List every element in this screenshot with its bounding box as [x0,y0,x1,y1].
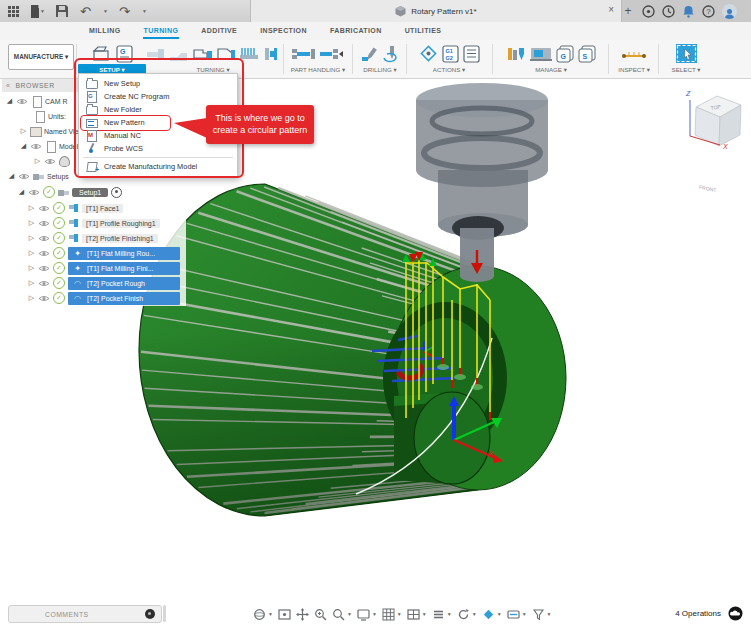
drill-icon[interactable] [360,45,378,63]
eye-icon[interactable] [16,97,28,106]
filter-icon[interactable]: ▼ [532,608,552,621]
pull-part-icon[interactable] [320,46,344,62]
tree-row-named-views[interactable]: ▷ Named Views [20,124,87,138]
tree-row-operation-selected[interactable]: ▷ ✓ ◠[T2] Pocket Finish [28,291,180,305]
eye-icon[interactable] [38,249,50,258]
expander-icon[interactable]: ◢ [20,142,27,150]
comments-resize-handle[interactable] [163,605,166,622]
viewports-icon[interactable]: ▼ [407,608,427,621]
simulate-caret-icon[interactable]: ▼ [497,611,502,617]
turn-profile-finish-icon[interactable] [169,46,188,62]
extensions-icon[interactable] [642,5,655,18]
expander-icon[interactable]: ▷ [28,204,35,212]
zoom-icon[interactable] [314,608,327,621]
tree-row-operation[interactable]: ▷ ✓ [T2] Profile Finishing1 [28,231,158,245]
tool-library-icon[interactable] [506,45,526,63]
display-settings-icon[interactable]: ▼ [357,608,377,621]
tab-utilities[interactable]: UTILITIES [404,23,443,39]
eye-icon[interactable] [18,172,30,181]
eye-icon[interactable] [30,142,42,151]
tree-row-operation-selected[interactable]: ▷ ✓ ✦[T1] Flat Milling Fini... [28,261,180,275]
group-label-actions[interactable]: ACTIONS ▾ [409,66,489,73]
expander-icon[interactable]: ◢ [8,172,15,180]
fit-icon[interactable]: ▼ [332,608,352,621]
tree-row-models[interactable]: ◢ Models [20,139,82,153]
tree-row-operation-selected[interactable]: ▷ ✓ ◠[T2] Pocket Rough [28,276,180,290]
steps-caret-icon[interactable]: ▼ [447,611,452,617]
look-at-icon[interactable] [278,608,291,621]
comments-avatar-icon[interactable] [145,609,155,619]
eye-icon[interactable] [38,294,50,303]
drill-cycle-icon[interactable] [382,45,400,63]
expander-icon[interactable]: ▷ [20,127,27,135]
orbit-icon[interactable]: ▼ [253,608,273,621]
tree-row-body[interactable]: ▷ [34,154,73,168]
grid-caret-icon[interactable]: ▼ [397,611,402,617]
machine-library-icon[interactable] [530,45,552,62]
turn-thread-icon[interactable] [239,46,258,62]
tree-row-operation[interactable]: ▷ ✓ [T1] Profile Roughing1 [28,216,160,230]
collapse-panel-icon[interactable]: « [6,82,10,89]
app-grid-icon[interactable] [6,4,21,19]
job-status-icon[interactable] [662,5,675,18]
new-setup-icon[interactable] [92,45,112,63]
tab-additive[interactable]: ADDITIVE [200,23,238,39]
document-tab[interactable]: Rotary Pattern v1* × [250,0,622,22]
menu-item-new-setup[interactable]: New Setup [79,77,237,90]
viewports-caret-icon[interactable]: ▼ [422,611,427,617]
user-avatar[interactable] [722,4,737,19]
filter-caret-icon[interactable]: ▼ [547,611,552,617]
turn-profile-rough-icon[interactable] [146,46,165,62]
redo-caret-icon[interactable]: ▼ [142,8,147,14]
pan-icon[interactable] [296,608,309,621]
expander-icon[interactable]: ▷ [28,249,35,257]
create-nc-program-icon[interactable]: G [116,45,133,63]
eye-icon[interactable] [38,219,50,228]
display-caret-icon[interactable]: ▼ [372,611,377,617]
tree-row-cam-root[interactable]: ◢ CAM R [6,94,68,108]
tree-row-units[interactable]: Units: [34,109,66,123]
steps-icon[interactable]: ▼ [432,608,452,621]
turn-part-icon[interactable] [263,46,280,62]
close-tab-icon[interactable]: × [608,4,614,15]
group-label-inspect[interactable]: INSPECT ▾ [612,66,656,73]
undo-caret-icon[interactable]: ▼ [103,8,108,14]
menu-item-create-nc-program[interactable]: GCreate NC Program [79,90,237,103]
chuck-icon[interactable] [292,46,316,62]
comments-bar[interactable]: COMMENTS [8,605,162,623]
active-setup-radio[interactable] [111,187,122,198]
turn-groove-icon[interactable] [216,46,235,62]
expander-icon[interactable]: ◢ [6,97,13,105]
eye-icon[interactable] [38,204,50,213]
group-label-part-handling[interactable]: PART HANDLING ▾ [287,66,349,73]
simulate-icon[interactable] [419,44,438,63]
menu-item-create-manufacturing-model[interactable]: Create Manufacturing Model [79,160,237,173]
expander-icon[interactable]: ▷ [34,157,41,165]
group-label-manage[interactable]: MANAGE ▾ [496,66,606,73]
group-label-drilling[interactable]: DRILLING ▾ [355,66,405,73]
setup-sheet-icon[interactable] [463,45,480,63]
expander-icon[interactable]: ▷ [28,294,35,302]
turn-face-icon[interactable] [193,46,212,62]
expander-icon[interactable]: ▷ [28,234,35,242]
tree-row-setup1[interactable]: ◢ ✓ Setup1 [18,185,122,199]
templates-icon[interactable]: S [578,45,596,63]
tab-inspection[interactable]: INSPECTION [259,23,308,39]
notifications-bell-icon[interactable] [682,5,695,18]
undo-icon[interactable]: ↶ [78,4,93,19]
eye-icon[interactable] [28,188,40,197]
file-menu-icon[interactable]: ▼ [30,4,45,19]
save-icon[interactable] [54,4,69,19]
refresh-icon[interactable]: ▼ [457,608,477,621]
tree-row-operation[interactable]: ▷ ✓ [T1] Face1 [28,201,123,215]
group-label-select[interactable]: SELECT ▾ [661,66,711,73]
workspace-selector-button[interactable]: MANUFACTURE ▾ [8,44,74,70]
expander-icon[interactable]: ▷ [28,279,35,287]
tab-milling[interactable]: MILLING [88,23,122,39]
new-tab-icon[interactable]: + [621,4,635,18]
grid-snaps-icon[interactable]: ▼ [382,608,402,621]
nc-programs-icon[interactable]: G [556,45,574,63]
toolpath-caret-icon[interactable]: ▼ [522,611,527,617]
expander-icon[interactable]: ◢ [18,188,25,196]
orbit-caret-icon[interactable]: ▼ [268,611,273,617]
